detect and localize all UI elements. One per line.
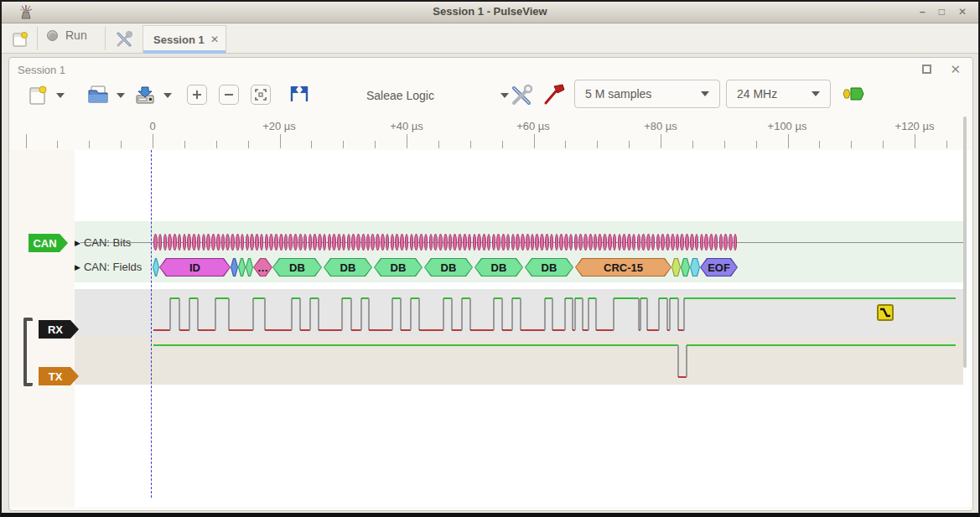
can-bit-annotation xyxy=(318,234,322,251)
trace-view[interactable]: CAN ▶CAN: Bits ▶CAN: Fields ID…DBDBDBDBD… xyxy=(10,150,972,507)
session-close-icon[interactable]: ✕ xyxy=(950,63,961,75)
can-bit-annotation xyxy=(598,234,602,251)
decoder-row-bits[interactable]: ▶CAN: Bits xyxy=(75,236,131,249)
can-bit-annotation xyxy=(603,234,607,251)
new-session-button[interactable] xyxy=(10,29,30,49)
can-field-annotation-db[interactable]: DB xyxy=(273,259,321,276)
maximize-icon[interactable]: □ xyxy=(939,6,945,18)
close-icon[interactable]: ✕ xyxy=(958,6,967,18)
can-field-annotation[interactable] xyxy=(246,259,252,276)
can-field-annotation-crc-15[interactable]: CRC-15 xyxy=(576,259,671,276)
titlebar[interactable]: Session 1 - PulseView – □ ✕ xyxy=(2,2,978,23)
can-field-annotation-eof[interactable]: EOF xyxy=(701,259,737,276)
can-bit-annotation xyxy=(458,234,462,251)
ruler-label: +40 µs xyxy=(390,120,423,132)
can-field-annotation-db[interactable]: DB xyxy=(324,259,371,276)
can-field-annotation[interactable]: EOF xyxy=(700,258,738,277)
add-decoder-button[interactable] xyxy=(843,86,866,101)
sample-count-select[interactable]: 5 M samples xyxy=(574,80,720,108)
can-bit-annotation xyxy=(690,234,694,251)
device-config-button[interactable] xyxy=(509,83,534,106)
new-file-icon xyxy=(28,85,48,106)
ruler-label: +80 µs xyxy=(644,120,677,132)
can-bit-annotation xyxy=(477,234,481,251)
can-field-annotation[interactable] xyxy=(231,259,237,276)
show-cursors-button[interactable] xyxy=(288,85,311,105)
decoder-tag-can[interactable]: CAN xyxy=(29,234,68,252)
can-bit-annotation xyxy=(405,234,409,251)
sample-rate-select[interactable]: 24 MHz xyxy=(726,80,831,108)
open-dropdown[interactable] xyxy=(117,93,125,98)
can-bit-annotation xyxy=(511,234,516,251)
can-bit-annotation xyxy=(608,234,612,251)
settings-button[interactable] xyxy=(114,29,134,49)
can-bit-annotation xyxy=(695,234,699,251)
can-bit-annotation xyxy=(337,234,341,251)
ruler-minor-tick xyxy=(311,141,312,148)
can-bit-annotation xyxy=(540,234,544,251)
can-bit-annotation xyxy=(183,234,187,251)
can-bit-annotation xyxy=(371,234,375,251)
expand-arrow-icon[interactable]: ▶ xyxy=(75,263,80,271)
can-field-annotation-db[interactable]: DB xyxy=(425,259,472,276)
session-restore-icon[interactable] xyxy=(922,65,931,74)
run-label: Run xyxy=(65,28,87,42)
new-file-dropdown[interactable] xyxy=(56,93,65,98)
device-select[interactable]: Saleae Logic xyxy=(366,81,509,110)
vertical-scrollbar[interactable] xyxy=(963,116,967,368)
save-button[interactable] xyxy=(133,84,157,106)
can-bit-annotation xyxy=(516,234,520,251)
zoom-out-button[interactable] xyxy=(219,85,239,105)
ruler-minor-tick xyxy=(89,141,90,148)
ruler-major-tick xyxy=(26,134,27,148)
can-field-annotation-db[interactable]: DB xyxy=(526,259,573,276)
can-bit-annotation xyxy=(531,234,535,251)
can-field-annotation[interactable]: CRC-15 xyxy=(575,258,671,277)
channel-tag-rx[interactable]: RX xyxy=(39,320,79,339)
ruler-minor-tick xyxy=(502,141,503,148)
open-button[interactable] xyxy=(86,84,110,106)
can-field-annotation[interactable]: DB xyxy=(272,258,322,277)
can-bit-annotation xyxy=(269,234,273,251)
can-field-annotation[interactable]: DB xyxy=(374,258,423,277)
can-field-annotation[interactable]: DB xyxy=(474,258,523,277)
run-state-icon xyxy=(47,30,58,41)
channels-button[interactable] xyxy=(542,83,566,106)
can-field-annotation[interactable] xyxy=(672,259,680,276)
run-button[interactable]: Run xyxy=(47,28,87,42)
can-bit-annotation xyxy=(178,234,182,251)
decoder-row-fields[interactable]: ▶CAN: Fields xyxy=(75,261,142,273)
can-field-annotation[interactable]: ID xyxy=(159,258,231,277)
can-field-annotation[interactable] xyxy=(682,259,689,276)
can-field-annotation-db[interactable]: DB xyxy=(375,259,422,276)
timeline-ruler[interactable]: 0+20 µs+40 µs+60 µs+80 µs+100 µs+120 µs xyxy=(9,118,972,150)
can-field-annotation[interactable]: DB xyxy=(324,258,372,277)
minimize-icon[interactable]: – xyxy=(920,6,926,18)
flags-icon xyxy=(288,85,311,105)
can-bit-annotation xyxy=(535,234,539,251)
can-field-annotation[interactable]: DB xyxy=(525,258,573,277)
can-field-annotation-db[interactable]: DB xyxy=(475,259,522,276)
can-bit-annotation xyxy=(163,234,168,251)
tab-session-1[interactable]: Session 1 ✕ xyxy=(143,25,226,54)
save-dropdown[interactable] xyxy=(163,93,172,98)
expand-arrow-icon[interactable]: ▶ xyxy=(75,239,80,247)
trigger-marker-button[interactable] xyxy=(877,304,894,321)
new-file-button[interactable] xyxy=(28,85,48,106)
channel-tag-tx[interactable]: TX xyxy=(39,367,79,385)
zoom-fit-button[interactable] xyxy=(251,85,271,105)
ruler-minor-tick xyxy=(121,141,122,148)
can-bit-annotation xyxy=(618,234,622,251)
ruler-label: 0 xyxy=(149,120,155,132)
sample-count-value: 5 M samples xyxy=(585,87,651,101)
zoom-in-button[interactable] xyxy=(187,85,207,105)
can-bit-annotation xyxy=(656,234,661,251)
can-field-annotation[interactable]: DB xyxy=(424,258,473,277)
can-bit-annotation xyxy=(293,234,298,251)
tab-close-icon[interactable]: ✕ xyxy=(210,34,219,45)
can-field-annotation[interactable] xyxy=(239,259,245,276)
can-field-annotation-id[interactable]: ID xyxy=(160,259,230,276)
can-bit-annotation xyxy=(583,234,588,251)
time-zero-cursor[interactable] xyxy=(151,150,152,498)
can-field-annotation[interactable] xyxy=(691,259,699,276)
